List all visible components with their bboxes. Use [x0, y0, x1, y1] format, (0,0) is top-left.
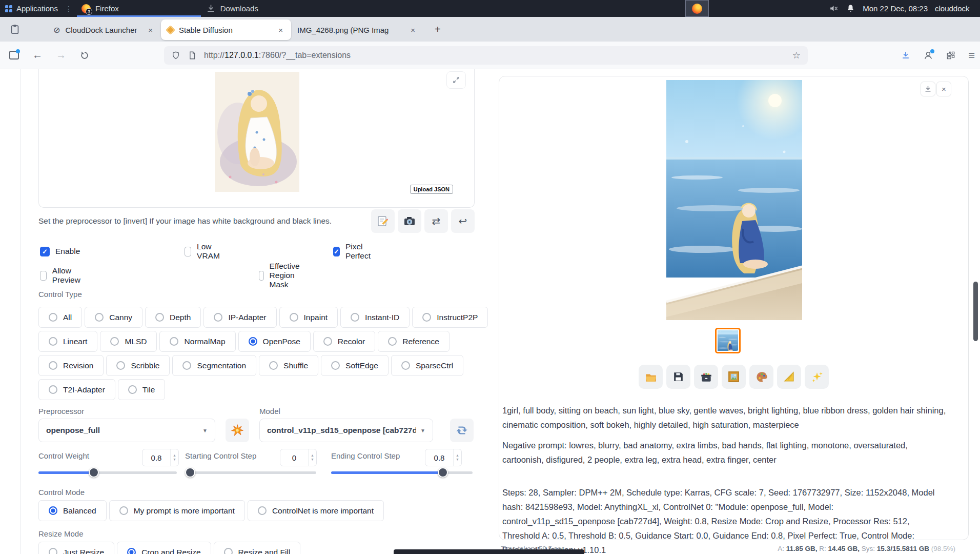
- tab-manager-icon[interactable]: [9, 24, 21, 35]
- url-bar[interactable]: http://127.0.0.1:7860/?__tab=extensions …: [164, 46, 808, 65]
- save-zip-button[interactable]: [694, 365, 718, 389]
- pixel-perfect-checkbox[interactable]: ✓ Pixel Perfect: [333, 242, 374, 261]
- stepper[interactable]: ▲▼: [170, 449, 178, 466]
- resize-mode-resize-and-fill[interactable]: Resize and Fill: [214, 542, 301, 554]
- starting-step-input[interactable]: 0 ▲▼: [280, 449, 317, 466]
- new-canvas-button[interactable]: [371, 209, 395, 233]
- control-type-tile[interactable]: Tile: [118, 379, 165, 400]
- memory-stats: A: 11.85 GB, R: 14.45 GB, Sys: 15.3/15.5…: [778, 545, 955, 552]
- close-tab-icon[interactable]: ×: [276, 26, 285, 34]
- upscale-button[interactable]: [805, 365, 829, 389]
- forward-button[interactable]: →: [56, 49, 66, 61]
- send-to-inpaint-button[interactable]: [749, 365, 773, 389]
- model-dropdown[interactable]: control_v11p_sd15_openpose [cab727d4] ▼: [259, 419, 433, 442]
- control-type-mlsd[interactable]: MLSD: [100, 331, 157, 352]
- control-type-softedge[interactable]: SoftEdge: [321, 355, 389, 376]
- slider-handle[interactable]: [89, 467, 99, 478]
- taskbar-downloads[interactable]: Downloads: [206, 4, 258, 13]
- resize-mode-just-resize[interactable]: Just Resize: [38, 542, 114, 554]
- control-type-instant-id[interactable]: Instant-ID: [340, 307, 410, 328]
- control-mode-balanced[interactable]: Balanced: [38, 500, 107, 521]
- open-folder-button[interactable]: [639, 365, 663, 389]
- low-vram-checkbox[interactable]: Low VRAM: [185, 242, 223, 261]
- control-type-t2i-adapter[interactable]: T2I-Adapter: [38, 379, 115, 400]
- download-image-button[interactable]: [921, 82, 935, 96]
- control-type-revision[interactable]: Revision: [38, 355, 104, 376]
- save-image-button[interactable]: [666, 365, 690, 389]
- taskbar-firefox-window[interactable]: [685, 0, 709, 17]
- control-weight-input[interactable]: 0.8 ▲▼: [142, 449, 179, 466]
- control-type-normalmap[interactable]: NormalMap: [159, 331, 235, 352]
- negative-prompt-text[interactable]: Negative prompt: lowres, blurry, bad ana…: [502, 438, 948, 467]
- page-info-icon[interactable]: [188, 51, 197, 60]
- control-type-segmentation[interactable]: Segmentation: [172, 355, 256, 376]
- control-type-depth[interactable]: Depth: [145, 307, 201, 328]
- control-weight-slider[interactable]: [38, 471, 177, 474]
- taskbar-peek-bar[interactable]: [394, 549, 584, 554]
- control-type-ip-adapter[interactable]: IP-Adapter: [203, 307, 276, 328]
- generated-image[interactable]: [666, 80, 802, 320]
- starting-step-slider[interactable]: [186, 471, 316, 474]
- tab-image-file[interactable]: IMG_4268.png (PNG Imag ×: [291, 19, 423, 40]
- control-type-shuffle[interactable]: Shuffle: [259, 355, 318, 376]
- resize-mode-crop-and-resize[interactable]: Crop and Resize: [117, 542, 211, 554]
- close-tab-icon[interactable]: ×: [409, 26, 417, 34]
- prompt-text[interactable]: 1girl, full body, sitting on beach, sun …: [502, 403, 948, 432]
- preprocessor-dropdown[interactable]: openpose_full ▼: [38, 419, 215, 442]
- close-preview-button[interactable]: ×: [936, 82, 951, 96]
- webcam-button[interactable]: [398, 209, 421, 233]
- bell-icon[interactable]: [846, 4, 855, 13]
- bookmark-star-icon[interactable]: ☆: [792, 50, 801, 61]
- close-tab-icon[interactable]: ×: [146, 26, 155, 34]
- control-mode-controlnet-important[interactable]: ControlNet is more important: [248, 500, 384, 521]
- extensions-button[interactable]: [946, 50, 956, 61]
- control-type-all[interactable]: All: [38, 307, 82, 328]
- gallery-thumbnail-selected[interactable]: [715, 328, 741, 353]
- ending-step-input[interactable]: 0.8 ▲▼: [425, 449, 462, 466]
- control-type-sparsectrl[interactable]: SparseCtrl: [391, 355, 463, 376]
- account-button[interactable]: [923, 50, 933, 61]
- control-type-openpose[interactable]: OpenPose: [238, 331, 311, 352]
- revert-button[interactable]: ↩: [451, 209, 475, 233]
- clock[interactable]: Mon 22 Dec, 08:23: [863, 4, 928, 13]
- reload-button[interactable]: [79, 50, 90, 61]
- ending-step-slider[interactable]: [331, 471, 473, 474]
- taskbar-firefox[interactable]: 3 Firefox: [76, 0, 124, 17]
- send-to-extras-button[interactable]: [777, 365, 801, 389]
- control-type-inpaint[interactable]: Inpaint: [279, 307, 338, 328]
- enable-checkbox[interactable]: ✓ Enable: [40, 247, 80, 256]
- radio-selected-icon: [249, 337, 257, 346]
- menu-button[interactable]: ≡: [968, 49, 975, 62]
- applications-menu[interactable]: Applications: [0, 4, 58, 13]
- mute-icon[interactable]: [829, 4, 839, 13]
- effective-region-mask-checkbox[interactable]: Effective Region Mask: [259, 262, 304, 289]
- scrollbar-thumb[interactable]: [973, 282, 978, 341]
- screenshot-tool-icon[interactable]: [9, 51, 19, 60]
- control-type-recolor[interactable]: Recolor: [313, 331, 375, 352]
- stepper[interactable]: ▲▼: [308, 449, 316, 466]
- control-mode-prompt-important[interactable]: My prompt is more important: [109, 500, 245, 521]
- mirror-webcam-button[interactable]: ⇄: [424, 209, 448, 233]
- new-tab-button[interactable]: +: [431, 24, 445, 35]
- run-preprocessor-button[interactable]: [226, 419, 249, 442]
- stepper[interactable]: ▲▼: [453, 449, 461, 466]
- slider-handle[interactable]: [185, 467, 195, 478]
- back-button[interactable]: ←: [32, 49, 43, 61]
- image-expand-button[interactable]: [446, 71, 466, 89]
- upload-json-button[interactable]: Upload JSON: [410, 185, 453, 194]
- shield-icon[interactable]: [171, 51, 180, 60]
- control-type-reference[interactable]: Reference: [378, 331, 450, 352]
- downloads-button[interactable]: [901, 50, 911, 61]
- control-type-lineart[interactable]: Lineart: [38, 331, 97, 352]
- control-type-canny[interactable]: Canny: [85, 307, 142, 328]
- send-to-img2img-button[interactable]: [722, 365, 746, 389]
- controlnet-image-upload[interactable]: Upload JSON: [38, 69, 475, 208]
- slider-handle[interactable]: [438, 467, 448, 478]
- control-type-scribble[interactable]: Scribble: [106, 355, 170, 376]
- refresh-models-button[interactable]: [450, 419, 474, 442]
- tab-clouddock-launcher[interactable]: ⊘ CloudDock Launcher ×: [47, 19, 161, 40]
- allow-preview-checkbox[interactable]: Allow Preview: [40, 266, 84, 285]
- control-type-instructp2p[interactable]: InstructP2P: [412, 307, 488, 328]
- generation-params-text[interactable]: Steps: 28, Sampler: DPM++ 2M, Schedule t…: [502, 485, 948, 554]
- tab-stable-diffusion[interactable]: Stable Diffusion ×: [161, 19, 291, 40]
